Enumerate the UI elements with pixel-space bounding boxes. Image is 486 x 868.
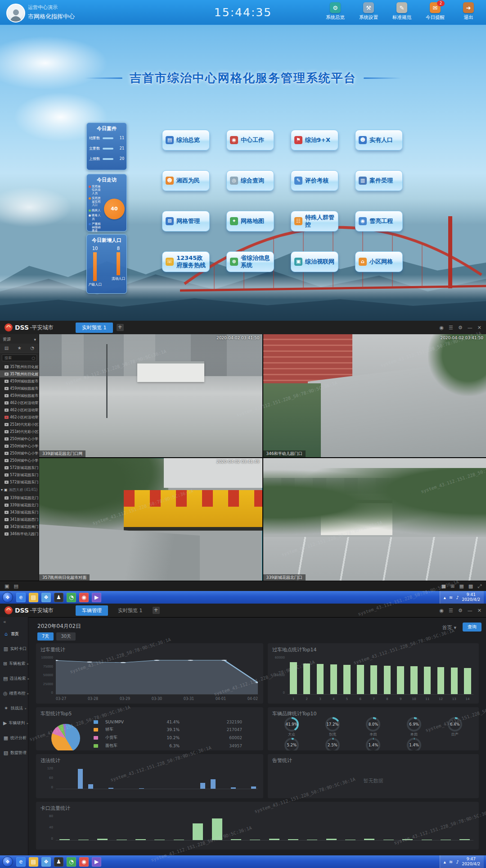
video-feed[interactable]: 2020-04-02 03:41:50346和平幼儿园门口 [263,334,486,457]
add-tab-button[interactable]: + [153,607,160,614]
explorer-icon[interactable]: ▤ [29,857,38,867]
sidebar-item[interactable]: ▧数据管理 [0,745,28,760]
app-button[interactable]: ☻实有人口 [355,130,403,150]
camera-group[interactable]: ▾▣湘西大桥 (41/41) [0,486,39,494]
range-button[interactable]: 7天 [37,632,54,641]
app-button[interactable]: ⊛省综治信息系统 [226,251,274,272]
network-icon[interactable]: ≋ [449,595,453,600]
media-icon[interactable]: ◉ [79,593,89,602]
settings-icon[interactable]: ⚙ [458,325,463,331]
camera-item[interactable]: 250州城中心小学门口1 [0,435,39,442]
media-icon[interactable]: ◉ [79,857,89,867]
query-button[interactable]: 查询 [463,623,482,632]
window-icon[interactable]: ❖ [41,857,51,867]
tab-live-preview[interactable]: 实时预览 1 [112,605,149,616]
close-icon[interactable]: ✕ [477,608,482,614]
sidebar-item[interactable]: ▦统计分析 [0,731,28,745]
camera-item[interactable]: 459州城校园超市门口3 [0,392,39,399]
camera-item[interactable]: 462小区村活动室门口3 [0,414,39,421]
sidebar-item[interactable]: ⌂首页 [0,627,28,641]
layout-4-icon[interactable]: ⊞ [450,583,454,589]
resource-select[interactable]: 资源 ▾ [0,334,39,344]
tab-vehicle-management[interactable]: 车辆管理 [76,605,108,616]
start-button[interactable]: ❖ [2,856,13,867]
tray-expand-icon[interactable]: ▴ [444,595,446,600]
camera-item[interactable]: 342新城花园南门口 [0,523,39,530]
camera-item[interactable]: 346和平幼儿园门口 [0,530,39,537]
qq-icon[interactable]: ♟ [54,857,63,867]
range-button[interactable]: 30天 [56,632,76,641]
close-icon[interactable]: ✕ [477,325,482,331]
header-action-today-reminder[interactable]: ✉2今日提醒 [422,2,448,21]
app-button[interactable]: ☷特殊人群管控 [291,211,338,232]
camera-item[interactable]: 251时代光彩小区球机1 [0,421,39,428]
app-button[interactable]: ☏12345政府服务热线 [162,251,210,272]
collapse-sidebar-button[interactable]: « [0,617,28,627]
sidebar-item[interactable]: ▥实时卡口 [0,641,28,656]
player-icon[interactable]: ▶ [92,593,101,602]
minimize-icon[interactable]: — [468,325,472,331]
history-icon[interactable]: ◔ [30,345,34,350]
volume-icon[interactable]: ♪ [456,595,459,600]
tray-expand-icon[interactable]: ▴ [444,859,446,864]
sidebar-item[interactable]: ▤违法检索▸ [0,671,28,686]
camera-item[interactable]: 572新城花园东门口3 [0,478,39,486]
video-feed[interactable]: 2020-04-02 03:41:50339新城花园北门口网 [39,334,262,457]
minimize-icon[interactable]: — [468,608,472,614]
header-action-system-settings[interactable]: ⚒系统设置 [356,2,382,21]
sidebar-item[interactable]: ◎稽查布控▸ [0,686,28,701]
video-feed[interactable]: 339新城花园北门口 [263,458,486,581]
camera-search-input[interactable] [4,355,32,360]
sidebar-item[interactable]: ⊞车辆检索▸ [0,656,28,671]
layout-16-icon[interactable]: ▩ [468,583,473,589]
explorer-icon[interactable]: ▤ [29,593,38,602]
sidebar-item[interactable]: ✶技战法▸ [0,701,28,716]
camera-item[interactable]: 357凯州街日化超市对面2 [0,370,39,377]
app-button[interactable]: ✎评价考核 [291,170,338,191]
ie-icon[interactable]: e [16,857,26,867]
layout-9-icon[interactable]: ▦ [459,583,464,589]
app-button[interactable]: ✦网格地图 [226,211,274,232]
settings-icon[interactable]: ⚙ [458,608,463,614]
camera-item[interactable]: 572新城花园东门口2 [0,471,39,478]
camera-item[interactable]: 339新城花园北门口1 [0,494,39,501]
breadcrumb[interactable]: 首页 ▾ [442,624,456,631]
camera-item[interactable]: 459州城校园超市门口1 [0,377,39,385]
camera-item[interactable]: 250州城中心小学门口3 [0,450,39,457]
header-action-standards[interactable]: ✎标准规范 [389,2,415,21]
snapshot-icon[interactable]: ▤ [14,583,18,589]
camera-item[interactable]: 341新城花园西门口 [0,516,39,523]
app-button[interactable]: ⚑综治9+X [291,130,338,150]
app-button[interactable]: ◎综合查询 [226,170,274,191]
app-button[interactable]: ◉雪亮工程 [355,211,403,232]
app-button[interactable]: ▤综治总览 [162,130,210,150]
app-button[interactable]: ☻湘西为民 [162,170,210,191]
camera-item[interactable]: 339新城花园北门口2 [0,501,39,509]
qq-icon[interactable]: ♟ [54,593,63,602]
header-action-system-overview[interactable]: ⚙系统总览 [322,2,348,21]
user-icon[interactable]: ◉ [439,325,444,331]
layout-1-icon[interactable]: ■ [441,583,446,589]
avatar[interactable] [6,4,25,23]
app-button[interactable]: ▥案件受理 [355,170,403,191]
app-button[interactable]: ◉中心工作 [226,130,274,150]
app-button[interactable]: ⊞网格管理 [162,211,210,232]
browser-icon[interactable]: ◔ [67,593,76,602]
window-icon[interactable]: ❖ [41,593,51,602]
sidebar-item[interactable]: ▶车辆研判▸ [0,716,28,731]
camera-item[interactable]: 459州城校园超市门口2 [0,385,39,392]
camera-item[interactable]: 250州城中心小学门口4 [0,457,39,464]
user-icon[interactable]: ◉ [439,608,444,614]
device-tree-icon[interactable]: ▤ [4,345,9,350]
header-action-logout[interactable]: ➜退出 [455,2,482,21]
video-feed[interactable]: 2020-04-02 03:41:49357凯州街日化超市对面 [39,458,262,581]
menu-icon[interactable]: ☰ [449,608,453,614]
camera-item[interactable]: 251时代光彩小区球机2 [0,428,39,435]
camera-item[interactable]: 462小区村活动室门口1 [0,399,39,406]
camera-item[interactable]: 357凯州街日化超市对面1 [0,363,39,370]
app-button[interactable]: ⌂小区网格 [355,251,403,272]
ie-icon[interactable]: e [16,593,26,602]
app-button[interactable]: ▣综治视联网 [291,251,338,272]
camera-item[interactable]: 572新城花园东门口1 [0,464,39,471]
camera-item[interactable]: 343新城花园东门口 [0,509,39,516]
